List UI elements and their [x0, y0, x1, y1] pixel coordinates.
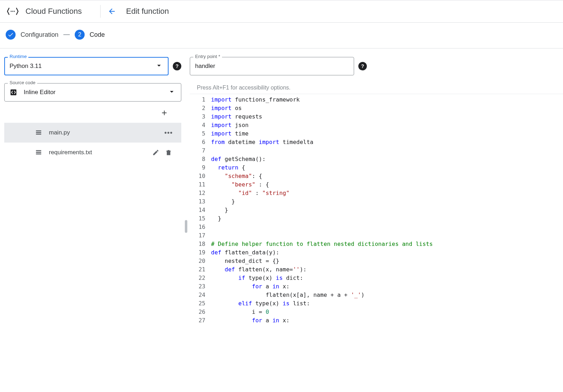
code-line[interactable]: def getSchema(): [211, 155, 563, 163]
code-line[interactable]: "beers" : { [211, 180, 563, 189]
file-item-main[interactable]: main.py ••• [4, 123, 181, 143]
file-name: main.py [49, 129, 163, 136]
right-column: Entry point * handler ? Press Alt+F1 for… [190, 57, 563, 325]
code-line[interactable]: from datetime import timedelta [211, 138, 563, 146]
editor-scrollbar[interactable] [185, 220, 187, 233]
code-line[interactable]: } [211, 197, 563, 206]
stepper: Configuration 2 Code [0, 23, 563, 48]
file-icon [35, 149, 42, 156]
edit-file-button[interactable] [150, 147, 161, 158]
code-line[interactable]: def flatten(x, name=''): [211, 265, 563, 274]
source-row: Source code Inline Editor [4, 83, 181, 102]
file-list: main.py ••• requirements.txt [4, 123, 181, 162]
code-line[interactable]: flatten(x[a], name + a + '_') [211, 291, 563, 299]
content-area: Runtime Python 3.11 ? Source code Inlin [0, 48, 563, 325]
code-line[interactable]: if type(x) is dict: [211, 274, 563, 282]
code-line[interactable]: i = 0 [211, 308, 563, 316]
code-editor[interactable]: 1234567891011121314151617181920212223242… [190, 94, 563, 325]
code-line[interactable]: nested_dict = {} [211, 257, 563, 265]
source-value: Inline Editor [24, 89, 167, 96]
code-line[interactable]: return { [211, 163, 563, 172]
header-bar: Cloud Functions Edit function [0, 0, 563, 23]
code-area[interactable]: import functions_frameworkimport osimpor… [211, 94, 563, 325]
code-line[interactable]: for a in x: [211, 316, 563, 325]
header-divider [100, 5, 101, 18]
svg-point-2 [14, 11, 15, 12]
left-column: Runtime Python 3.11 ? Source code Inlin [4, 57, 181, 325]
source-select[interactable]: Inline Editor [4, 83, 181, 102]
line-gutter: 1234567891011121314151617181920212223242… [190, 94, 211, 325]
code-line[interactable]: for a in x: [211, 282, 563, 291]
entry-point-help-icon[interactable]: ? [358, 62, 367, 70]
add-file-row [4, 104, 181, 123]
step-2-badge[interactable]: 2 [75, 30, 85, 40]
code-line[interactable]: import json [211, 121, 563, 129]
entry-point-label: Entry point * [193, 54, 222, 59]
add-file-button[interactable] [157, 106, 171, 120]
runtime-select[interactable]: Python 3.11 [4, 57, 169, 75]
inline-editor-icon [10, 88, 17, 96]
code-line[interactable]: def flatten_data(y): [211, 248, 563, 257]
source-label: Source code [8, 80, 37, 85]
page-title: Edit function [126, 7, 169, 16]
svg-point-1 [12, 11, 13, 12]
code-line[interactable]: # Define helper function to flatten nest… [211, 240, 563, 248]
code-line[interactable]: "schema": { [211, 172, 563, 180]
step-connector [63, 34, 70, 35]
back-arrow-button[interactable] [105, 4, 119, 18]
code-line[interactable] [211, 231, 563, 240]
entry-point-row: Entry point * handler ? [190, 57, 367, 75]
more-options-button[interactable]: ••• [163, 127, 174, 138]
chevron-down-icon [167, 87, 176, 98]
code-line[interactable]: "id" : "string" [211, 189, 563, 197]
chevron-down-icon [155, 61, 163, 71]
svg-point-0 [11, 11, 12, 12]
runtime-row: Runtime Python 3.11 ? [4, 57, 181, 75]
step-2-label[interactable]: Code [90, 31, 105, 39]
code-line[interactable]: } [211, 214, 563, 223]
file-icon [35, 129, 42, 137]
file-item-requirements[interactable]: requirements.txt [4, 143, 181, 162]
cloud-functions-logo-icon [6, 4, 20, 18]
runtime-label: Runtime [8, 54, 28, 59]
product-title[interactable]: Cloud Functions [25, 7, 96, 16]
entry-point-input[interactable]: handler [190, 57, 354, 75]
code-line[interactable]: elif type(x) is list: [211, 299, 563, 308]
code-line[interactable]: import os [211, 104, 563, 113]
delete-file-button[interactable] [163, 147, 174, 158]
file-name: requirements.txt [49, 149, 150, 156]
code-line[interactable]: import time [211, 129, 563, 138]
runtime-value: Python 3.11 [10, 63, 155, 70]
code-line[interactable] [211, 146, 563, 155]
editor-accessibility-hint: Press Alt+F1 for accessibility options. [190, 83, 563, 94]
code-line[interactable]: } [211, 206, 563, 214]
entry-point-value: handler [195, 63, 215, 70]
code-line[interactable]: import requests [211, 113, 563, 121]
step-1-check-icon[interactable] [6, 30, 16, 40]
code-line[interactable]: import functions_framework [211, 96, 563, 104]
runtime-help-icon[interactable]: ? [173, 62, 181, 70]
step-1-label[interactable]: Configuration [21, 31, 58, 39]
code-line[interactable] [211, 223, 563, 231]
